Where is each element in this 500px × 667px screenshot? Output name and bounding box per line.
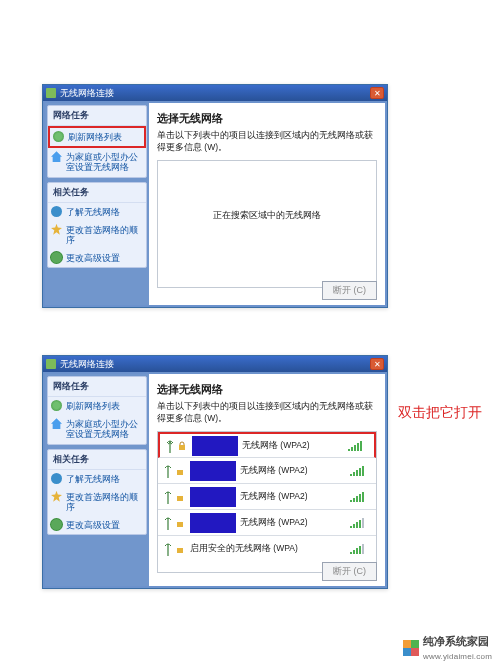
antenna-icon: [164, 439, 176, 453]
window-title: 无线网络连接: [60, 87, 370, 100]
signal-icon: [350, 492, 372, 502]
lock-icon: [174, 492, 186, 502]
network-row[interactable]: 无线网络 (WPA2): [158, 432, 376, 458]
network-name-redacted: [192, 436, 238, 456]
sidebar-item-order[interactable]: 更改首选网络的顺序: [48, 221, 146, 249]
titlebar: 无线网络连接 ✕: [43, 356, 387, 372]
refresh-icon: [51, 400, 62, 411]
svg-rect-1: [179, 445, 185, 450]
sidebar-section-related: 相关任务 了解无线网络 更改首选网络的顺序 更改高级设置: [47, 182, 147, 269]
sidebar-section-network: 网络任务 刷新网络列表 为家庭或小型办公室设置无线网络: [47, 105, 147, 178]
sidebar-section-related: 相关任务 了解无线网络 更改首选网络的顺序 更改高级设置: [47, 449, 147, 536]
sidebar-item-label: 更改首选网络的顺序: [66, 492, 138, 512]
sidebar-item-label: 为家庭或小型办公室设置无线网络: [66, 419, 138, 439]
brand-url: www.yidaimei.com: [423, 652, 492, 661]
sidebar-item-setup[interactable]: 为家庭或小型办公室设置无线网络: [48, 148, 146, 176]
sidebar-item-refresh[interactable]: 刷新网络列表: [48, 397, 146, 415]
antenna-icon: [162, 490, 174, 504]
watermark: 纯净系统家园 www.yidaimei.com: [403, 634, 492, 661]
network-label: 无线网络 (WPA2): [240, 517, 350, 529]
signal-icon: [348, 441, 370, 451]
network-row[interactable]: 启用安全的无线网络 (WPA): [158, 536, 376, 562]
antenna-icon: [162, 516, 174, 530]
close-button[interactable]: ✕: [370, 358, 384, 370]
home-icon: [51, 418, 62, 429]
window-body: 网络任务 刷新网络列表 为家庭或小型办公室设置无线网络 相关任务 了解无线网络: [43, 101, 387, 307]
connect-button[interactable]: 断开 (C): [322, 562, 377, 581]
watermark-text: 纯净系统家园 www.yidaimei.com: [423, 634, 492, 661]
section-heading: 相关任务: [48, 450, 146, 470]
sidebar: 网络任务 刷新网络列表 为家庭或小型办公室设置无线网络 相关任务 了解无线网络: [45, 374, 149, 586]
window-title: 无线网络连接: [60, 358, 370, 371]
svg-rect-5: [177, 496, 183, 501]
network-label: 无线网络 (WPA2): [242, 440, 348, 452]
sidebar-item-label: 了解无线网络: [66, 207, 120, 217]
network-label: 无线网络 (WPA2): [240, 491, 350, 503]
star-icon: [51, 224, 62, 235]
sidebar-item-label: 刷新网络列表: [68, 132, 122, 142]
signal-icon: [350, 466, 372, 476]
network-label: 无线网络 (WPA2): [240, 465, 350, 477]
info-icon: [51, 473, 62, 484]
window-top: 无线网络连接 ✕ 网络任务 刷新网络列表 为家庭或小型办公室设置无线网络 相关任…: [42, 84, 388, 308]
info-icon: [51, 206, 62, 217]
network-name-redacted: [190, 487, 236, 507]
sidebar-item-label: 了解无线网络: [66, 474, 120, 484]
antenna-icon: [162, 464, 174, 478]
home-icon: [51, 151, 62, 162]
network-list: 正在搜索区域中的无线网络: [157, 160, 377, 288]
sidebar-item-label: 更改高级设置: [66, 520, 120, 530]
logo-icon: [403, 640, 419, 656]
network-row[interactable]: 无线网络 (WPA2): [158, 458, 376, 484]
sidebar-item-label: 更改首选网络的顺序: [66, 225, 138, 245]
titlebar: 无线网络连接 ✕: [43, 85, 387, 101]
main-heading: 选择无线网络: [157, 111, 377, 126]
wireless-icon: [46, 88, 56, 98]
sidebar-item-refresh[interactable]: 刷新网络列表: [48, 126, 146, 148]
brand-name: 纯净系统家园: [423, 634, 492, 649]
main-panel: 选择无线网络 单击以下列表中的项目以连接到区域内的无线网络或获得更多信息 (W)…: [149, 103, 385, 305]
window-body: 网络任务 刷新网络列表 为家庭或小型办公室设置无线网络 相关任务 了解无线网络: [43, 372, 387, 588]
gear-icon: [51, 252, 62, 263]
sidebar-item-learn[interactable]: 了解无线网络: [48, 203, 146, 221]
sidebar-item-learn[interactable]: 了解无线网络: [48, 470, 146, 488]
refresh-icon: [53, 131, 64, 142]
main-subtext: 单击以下列表中的项目以连接到区域内的无线网络或获得更多信息 (W)。: [157, 130, 377, 154]
lock-icon: [174, 544, 186, 554]
sidebar-item-advanced[interactable]: 更改高级设置: [48, 516, 146, 534]
wireless-icon: [46, 359, 56, 369]
sidebar-item-advanced[interactable]: 更改高级设置: [48, 249, 146, 267]
svg-rect-9: [177, 548, 183, 553]
svg-rect-7: [177, 522, 183, 527]
sidebar-item-label: 为家庭或小型办公室设置无线网络: [66, 152, 138, 172]
network-name-redacted: [190, 461, 236, 481]
network-list: 无线网络 (WPA2) 无线网络 (WPA2) 无线网络 (WPA2): [157, 431, 377, 573]
section-heading: 网络任务: [48, 106, 146, 126]
network-row[interactable]: 无线网络 (WPA2): [158, 510, 376, 536]
sidebar-section-network: 网络任务 刷新网络列表 为家庭或小型办公室设置无线网络: [47, 376, 147, 445]
sidebar-item-label: 刷新网络列表: [66, 401, 120, 411]
main-subtext: 单击以下列表中的项目以连接到区域内的无线网络或获得更多信息 (W)。: [157, 401, 377, 425]
network-row[interactable]: 无线网络 (WPA2): [158, 484, 376, 510]
lock-icon: [176, 441, 188, 451]
sidebar-item-label: 更改高级设置: [66, 253, 120, 263]
main-heading: 选择无线网络: [157, 382, 377, 397]
antenna-icon: [162, 542, 174, 556]
network-name-redacted: [190, 513, 236, 533]
lock-icon: [174, 466, 186, 476]
signal-icon: [350, 544, 372, 554]
sidebar-item-order[interactable]: 更改首选网络的顺序: [48, 488, 146, 516]
annotation-text: 双击把它打开: [398, 404, 482, 422]
gear-icon: [51, 519, 62, 530]
window-bottom: 无线网络连接 ✕ 网络任务 刷新网络列表 为家庭或小型办公室设置无线网络 相关任…: [42, 355, 388, 589]
sidebar-item-setup[interactable]: 为家庭或小型办公室设置无线网络: [48, 415, 146, 443]
connect-button[interactable]: 断开 (C): [322, 281, 377, 300]
empty-message: 正在搜索区域中的无线网络: [158, 161, 376, 222]
signal-icon: [350, 518, 372, 528]
lock-icon: [174, 518, 186, 528]
network-label: 启用安全的无线网络 (WPA): [190, 543, 350, 555]
svg-rect-3: [177, 470, 183, 475]
close-button[interactable]: ✕: [370, 87, 384, 99]
sidebar: 网络任务 刷新网络列表 为家庭或小型办公室设置无线网络 相关任务 了解无线网络: [45, 103, 149, 305]
section-heading: 相关任务: [48, 183, 146, 203]
